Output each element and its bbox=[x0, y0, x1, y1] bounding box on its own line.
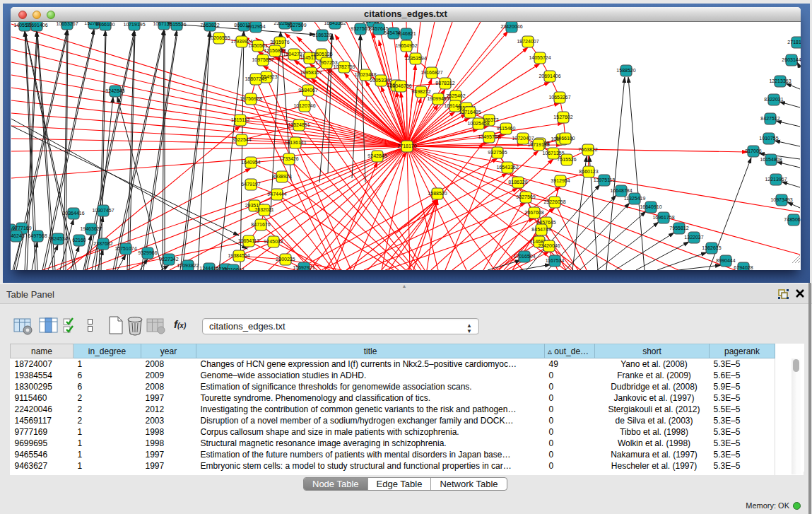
svg-text:23420046: 23420046 bbox=[538, 243, 560, 248]
svg-text:17016504: 17016504 bbox=[513, 254, 535, 259]
svg-text:10782759: 10782759 bbox=[333, 64, 355, 69]
svg-text:8471676: 8471676 bbox=[251, 222, 270, 227]
svg-text:8660123: 8660123 bbox=[579, 169, 598, 174]
svg-text:16543362: 16543362 bbox=[324, 22, 346, 25]
svg-text:2603144: 2603144 bbox=[782, 57, 801, 62]
svg-text:3915976: 3915976 bbox=[270, 40, 289, 45]
svg-text:8938923: 8938923 bbox=[272, 174, 291, 179]
svg-text:20053346: 20053346 bbox=[370, 78, 392, 83]
svg-text:3522544: 3522544 bbox=[232, 137, 251, 142]
svg-text:7663822: 7663822 bbox=[200, 23, 219, 28]
svg-text:7515526: 7515526 bbox=[557, 157, 576, 162]
svg-text:817006: 817006 bbox=[745, 148, 761, 153]
svg-text:20691406: 20691406 bbox=[25, 23, 47, 28]
svg-text:62160: 62160 bbox=[72, 238, 86, 243]
svg-text:7625402: 7625402 bbox=[446, 93, 465, 98]
svg-text:10719195: 10719195 bbox=[527, 142, 549, 147]
svg-text:1588520: 1588520 bbox=[616, 68, 635, 73]
svg-text:9115460: 9115460 bbox=[497, 126, 516, 131]
svg-text:10671355: 10671355 bbox=[542, 151, 564, 156]
svg-text:2387682: 2387682 bbox=[93, 241, 112, 246]
svg-text:3912954: 3912954 bbox=[246, 24, 265, 29]
svg-text:9777169: 9777169 bbox=[12, 226, 31, 230]
svg-text:16648784: 16648784 bbox=[610, 188, 632, 193]
svg-text:19166827: 19166827 bbox=[420, 70, 442, 75]
svg-text:10654112: 10654112 bbox=[238, 238, 260, 243]
svg-text:9327505: 9327505 bbox=[488, 150, 507, 155]
svg-text:10719195: 10719195 bbox=[123, 22, 145, 27]
svg-text:14055724: 14055724 bbox=[529, 55, 551, 60]
svg-text:8186328: 8186328 bbox=[508, 180, 527, 185]
svg-text:8186328: 8186328 bbox=[312, 33, 331, 37]
svg-text:10653267: 10653267 bbox=[548, 95, 570, 100]
svg-text:14136141: 14136141 bbox=[284, 140, 306, 145]
svg-text:1640954: 1640954 bbox=[241, 160, 260, 165]
svg-text:10046786: 10046786 bbox=[389, 83, 411, 88]
svg-text:1322037: 1322037 bbox=[684, 235, 703, 240]
svg-text:10975857: 10975857 bbox=[252, 57, 273, 62]
svg-text:2367608: 2367608 bbox=[524, 210, 543, 215]
svg-text:16640910: 16640910 bbox=[640, 204, 661, 209]
svg-text:20691406: 20691406 bbox=[539, 74, 560, 78]
svg-text:9146821: 9146821 bbox=[396, 31, 416, 36]
svg-text:6466100: 6466100 bbox=[95, 22, 114, 27]
svg-text:15692971: 15692971 bbox=[293, 265, 314, 270]
svg-text:9327509: 9327509 bbox=[516, 194, 535, 199]
svg-text:16210643: 16210643 bbox=[222, 267, 244, 270]
svg-text:19756928: 19756928 bbox=[240, 96, 261, 101]
svg-text:1733426: 1733426 bbox=[279, 156, 298, 161]
svg-text:6479197: 6479197 bbox=[241, 182, 260, 187]
svg-text:6794028: 6794028 bbox=[734, 265, 753, 270]
svg-text:1362615: 1362615 bbox=[702, 245, 721, 250]
svg-text:1010755: 1010755 bbox=[759, 136, 778, 141]
svg-text:12505135: 12505135 bbox=[310, 52, 332, 57]
svg-text:1527602: 1527602 bbox=[553, 115, 572, 119]
svg-text:11325419: 11325419 bbox=[624, 196, 646, 201]
svg-text:18724007: 18724007 bbox=[517, 39, 539, 44]
svg-text:8427512: 8427512 bbox=[760, 116, 779, 121]
svg-text:16961758: 16961758 bbox=[652, 215, 674, 220]
svg-text:9242845: 9242845 bbox=[367, 153, 387, 158]
svg-text:9245032: 9245032 bbox=[264, 239, 283, 244]
svg-text:8990444: 8990444 bbox=[716, 258, 735, 263]
svg-text:16154808: 16154808 bbox=[760, 157, 782, 162]
svg-text:20206555: 20206555 bbox=[208, 35, 230, 40]
svg-text:10025458: 10025458 bbox=[467, 121, 489, 126]
svg-text:3824534: 3824534 bbox=[48, 236, 67, 241]
svg-text:13975115: 13975115 bbox=[594, 177, 616, 182]
svg-text:9498212: 9498212 bbox=[411, 89, 430, 94]
svg-text:1588520: 1588520 bbox=[428, 191, 447, 196]
svg-text:23420046: 23420046 bbox=[500, 24, 522, 29]
svg-text:10307457: 10307457 bbox=[92, 208, 114, 213]
svg-text:12213967: 12213967 bbox=[765, 177, 787, 182]
svg-text:18807249: 18807249 bbox=[245, 76, 266, 81]
svg-text:7632021: 7632021 bbox=[254, 207, 273, 212]
svg-text:20364416: 20364416 bbox=[62, 211, 84, 216]
svg-text:23226058: 23226058 bbox=[543, 199, 565, 204]
svg-text:12353594: 12353594 bbox=[404, 56, 426, 61]
svg-text:6466100: 6466100 bbox=[555, 136, 575, 141]
svg-text:13495758: 13495758 bbox=[478, 134, 500, 139]
svg-text:9684067: 9684067 bbox=[298, 88, 317, 93]
svg-text:10720407: 10720407 bbox=[512, 136, 534, 141]
svg-text:9227342: 9227342 bbox=[159, 257, 178, 262]
svg-text:19384554: 19384554 bbox=[228, 253, 249, 258]
svg-text:12093822: 12093822 bbox=[177, 263, 199, 268]
svg-text:2300235: 2300235 bbox=[276, 257, 295, 262]
svg-text:19654952: 19654952 bbox=[395, 43, 417, 48]
svg-text:8322031: 8322031 bbox=[764, 97, 783, 102]
svg-text:1167534: 1167534 bbox=[546, 258, 565, 263]
svg-text:2718170: 2718170 bbox=[397, 144, 416, 148]
svg-text:746246: 746246 bbox=[11, 233, 25, 238]
svg-text:6497568: 6497568 bbox=[28, 233, 47, 238]
svg-text:9327505: 9327505 bbox=[351, 26, 370, 31]
svg-text:1815112: 1815112 bbox=[231, 117, 250, 122]
svg-text:7955812: 7955812 bbox=[669, 226, 688, 230]
svg-text:9474444: 9474444 bbox=[267, 192, 286, 197]
svg-text:1450561: 1450561 bbox=[248, 43, 267, 48]
svg-text:8878312: 8878312 bbox=[435, 81, 454, 86]
svg-text:3912954: 3912954 bbox=[551, 178, 570, 183]
svg-text:10958107: 10958107 bbox=[300, 70, 322, 75]
svg-text:12213363: 12213363 bbox=[769, 78, 791, 83]
svg-text:7485063: 7485063 bbox=[784, 217, 801, 222]
